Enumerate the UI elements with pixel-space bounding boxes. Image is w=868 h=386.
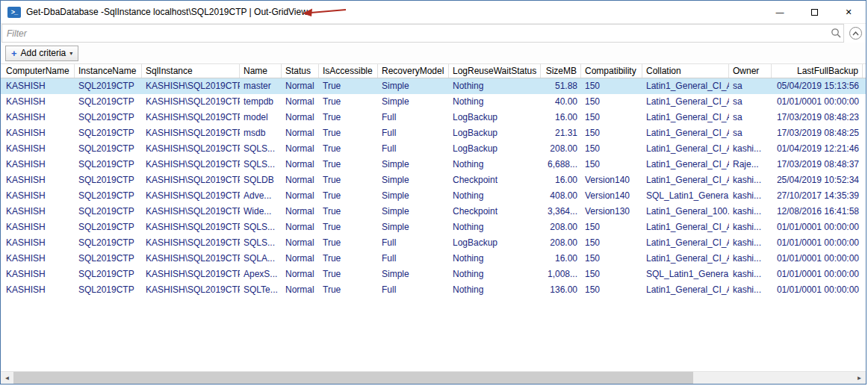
column-header-SqlInstance[interactable]: SqlInstance — [142, 64, 240, 78]
cell-LogReuseWaitStatus: LogBackup — [449, 125, 541, 141]
window-title: Get-DbaDatabase -SqlInstance localhost\S… — [26, 7, 308, 17]
cell-SqlInstance: KASHISH\SQL2019CTP — [142, 157, 240, 172]
table-row[interactable]: KASHISHSQL2019CTPKASHISH\SQL2019CTPmodel… — [1, 110, 866, 125]
cell-SizeMB: 3,364... — [541, 204, 581, 220]
column-header-Owner[interactable]: Owner — [729, 64, 772, 78]
cell-SizeMB: 208.00 — [541, 235, 581, 251]
table-row[interactable]: KASHISHSQL2019CTPKASHISH\SQL2019CTPSQLS.… — [1, 220, 866, 235]
table-row[interactable]: KASHISHSQL2019CTPKASHISH\SQL2019CTPSQLS.… — [1, 235, 866, 251]
cell-SqlInstance: KASHISH\SQL2019CTP — [142, 251, 240, 267]
cell-Status: Normal — [282, 267, 319, 282]
column-header-IsAccessible[interactable]: IsAccessible — [319, 64, 378, 78]
cell-Collation: Latin1_General_CI_AS — [642, 220, 729, 235]
cell-Collation: Latin1_General_CI_AS — [642, 78, 729, 94]
column-header-Compatibility[interactable]: Compatibility — [581, 64, 642, 78]
column-header-Status[interactable]: Status — [282, 64, 319, 78]
cell-InstanceName: SQL2019CTP — [75, 204, 142, 220]
cell-SqlInstance: KASHISH\SQL2019CTP — [142, 188, 240, 204]
filter-box — [1, 24, 844, 43]
table-row[interactable]: KASHISHSQL2019CTPKASHISH\SQL2019CTPSQLA.… — [1, 251, 866, 267]
cell-Name: SQLDB — [240, 172, 282, 188]
cell-Compatibility: 150 — [581, 110, 642, 125]
column-header-LastFullBackup[interactable]: LastFullBackup — [772, 64, 863, 78]
cell-SizeMB: 408.00 — [541, 188, 581, 204]
cell-Compatibility: Version140 — [581, 188, 642, 204]
cell-Status: Normal — [282, 78, 319, 94]
cell-RecoveryModel: Full — [378, 251, 449, 267]
column-header-ComputerName[interactable]: ComputerName — [2, 64, 75, 78]
column-header-Collation[interactable]: Collation — [642, 64, 729, 78]
cell-RecoveryModel: Simple — [378, 157, 449, 172]
cell-Compatibility: 150 — [581, 125, 642, 141]
column-header-SizeMB[interactable]: SizeMB — [541, 64, 581, 78]
collapse-criteria-button[interactable] — [845, 24, 866, 43]
maximize-icon — [811, 9, 818, 16]
cell-RecoveryModel: Full — [378, 235, 449, 251]
minimize-button[interactable]: — — [763, 1, 797, 23]
chevron-down-icon: ▾ — [69, 50, 72, 57]
cell-SizeMB: 40.00 — [541, 94, 581, 110]
cell-IsAccessible: True — [319, 157, 378, 172]
table-row[interactable]: KASHISHSQL2019CTPKASHISH\SQL2019CTPtempd… — [1, 94, 866, 110]
column-header-InstanceName[interactable]: InstanceName — [75, 64, 142, 78]
column-header-LogReuseWaitStatus[interactable]: LogReuseWaitStatus — [449, 64, 541, 78]
cell-SqlInstance: KASHISH\SQL2019CTP — [142, 125, 240, 141]
cell-LastFullBackup: 01/01/0001 00:00:00 — [772, 251, 863, 267]
table-row[interactable]: KASHISHSQL2019CTPKASHISH\SQL2019CTPApexS… — [1, 267, 866, 282]
cell-Compatibility: 150 — [581, 267, 642, 282]
column-header-RecoveryModel[interactable]: RecoveryModel — [378, 64, 449, 78]
cell-Collation: Latin1_General_CI_AS — [642, 157, 729, 172]
cell-Owner: sa — [729, 94, 772, 110]
cell-Owner: kashi... — [729, 188, 772, 204]
cell-InstanceName: SQL2019CTP — [75, 235, 142, 251]
cell-LogReuseWaitStatus: LogBackup — [449, 141, 541, 157]
cell-ComputerName: KASHISH — [2, 141, 75, 157]
add-criteria-button[interactable]: + Add criteria ▾ — [5, 46, 78, 61]
scrollbar-thumb[interactable] — [13, 372, 693, 384]
maximize-button[interactable] — [797, 1, 831, 23]
cell-LastFullBackup: 27/10/2017 14:35:39 — [772, 188, 863, 204]
cell-Name: SQLS... — [240, 235, 282, 251]
cell-Status: Normal — [282, 282, 319, 298]
cell-ComputerName: KASHISH — [2, 125, 75, 141]
cell-InstanceName: SQL2019CTP — [75, 110, 142, 125]
close-button[interactable]: ✕ — [831, 1, 866, 23]
table-row[interactable]: KASHISHSQL2019CTPKASHISH\SQL2019CTPSQLS.… — [1, 157, 866, 172]
cell-Owner: kashi... — [729, 172, 772, 188]
cell-ComputerName: KASHISH — [2, 78, 75, 94]
plus-icon: + — [11, 49, 17, 58]
cell-SqlInstance: KASHISH\SQL2019CTP — [142, 172, 240, 188]
table-row[interactable]: KASHISHSQL2019CTPKASHISH\SQL2019CTPSQLTe… — [1, 282, 866, 298]
column-header-Name[interactable]: Name — [240, 64, 282, 78]
cell-Owner: kashi... — [729, 282, 772, 298]
cell-Compatibility: Version140 — [581, 172, 642, 188]
cell-Name: Adve... — [240, 188, 282, 204]
cell-IsAccessible: True — [319, 188, 378, 204]
cell-Name: SQLS... — [240, 141, 282, 157]
table-row[interactable]: KASHISHSQL2019CTPKASHISH\SQL2019CTPSQLDB… — [1, 172, 866, 188]
cell-Name: SQLA... — [240, 251, 282, 267]
cell-Compatibility: Version130 — [581, 204, 642, 220]
cell-SizeMB: 6,688... — [541, 157, 581, 172]
cell-LastFullBackup: 17/03/2019 08:48:23 — [772, 110, 863, 125]
filter-input[interactable] — [2, 25, 828, 42]
cell-Collation: Latin1_General_CI_AS — [642, 251, 729, 267]
cell-SqlInstance: KASHISH\SQL2019CTP — [142, 94, 240, 110]
cell-InstanceName: SQL2019CTP — [75, 141, 142, 157]
cell-Status: Normal — [282, 110, 319, 125]
titlebar: >_ Get-DbaDatabase -SqlInstance localhos… — [1, 1, 866, 23]
table-row[interactable]: KASHISHSQL2019CTPKASHISH\SQL2019CTPSQLS.… — [1, 141, 866, 157]
table-row[interactable]: KASHISHSQL2019CTPKASHISH\SQL2019CTPAdve.… — [1, 188, 866, 204]
cell-RecoveryModel: Full — [378, 125, 449, 141]
cell-RecoveryModel: Simple — [378, 220, 449, 235]
table-row[interactable]: KASHISHSQL2019CTPKASHISH\SQL2019CTPmaste… — [1, 78, 866, 94]
scroll-left-button[interactable]: ◄ — [1, 372, 13, 384]
table-row[interactable]: KASHISHSQL2019CTPKASHISH\SQL2019CTPWide.… — [1, 204, 866, 220]
cell-LastFullBackup: 01/01/0001 00:00:00 — [772, 267, 863, 282]
cell-SizeMB: 21.31 — [541, 125, 581, 141]
scroll-right-button[interactable]: ► — [853, 372, 866, 384]
cell-LogReuseWaitStatus: Checkpoint — [449, 172, 541, 188]
table-row[interactable]: KASHISHSQL2019CTPKASHISH\SQL2019CTPmsdbN… — [1, 125, 866, 141]
scrollbar-track[interactable] — [13, 372, 853, 384]
cell-LastFullBackup: 01/01/0001 00:00:00 — [772, 282, 863, 298]
